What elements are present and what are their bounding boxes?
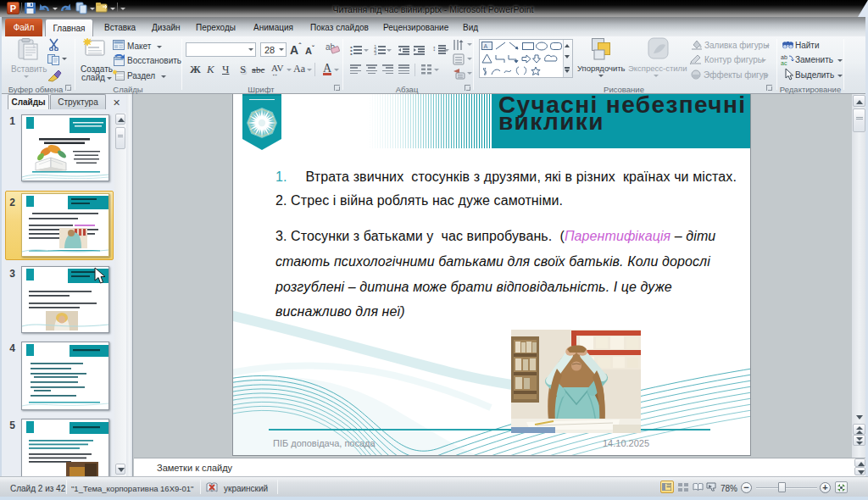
svg-text:ab: ab [781, 54, 787, 60]
svg-text:А: А [484, 43, 488, 49]
svg-text:ac: ac [781, 60, 787, 65]
